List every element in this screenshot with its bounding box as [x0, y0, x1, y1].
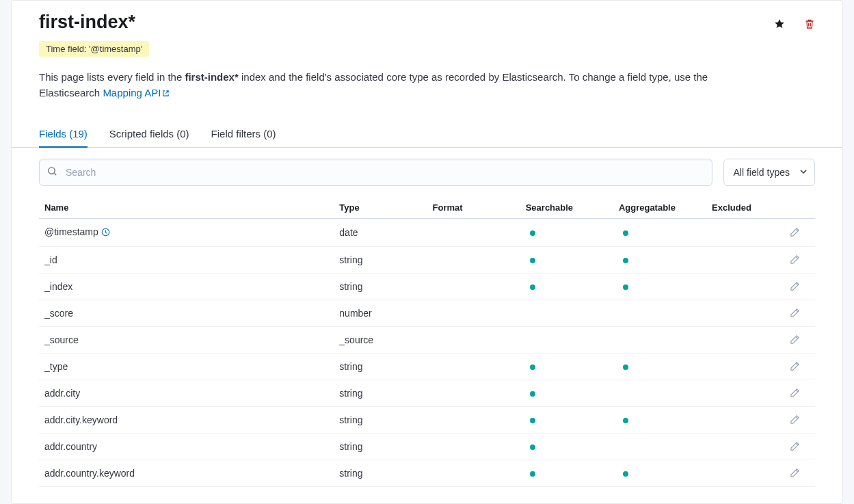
edit-field-button[interactable]: [790, 334, 800, 345]
edit-field-button[interactable]: [790, 414, 800, 425]
edit-field-button[interactable]: [790, 308, 800, 318]
dot-icon: [530, 284, 535, 290]
pencil-icon: [790, 334, 800, 345]
cell-type: string: [334, 380, 427, 406]
clock-icon: [101, 228, 110, 239]
col-name[interactable]: Name: [39, 197, 334, 219]
cell-aggregatable: [613, 300, 706, 326]
table-row: _typestring: [39, 353, 815, 380]
dot-icon: [623, 230, 628, 236]
table-row: addr.citystring: [39, 380, 815, 406]
col-aggregatable[interactable]: Aggregatable: [613, 197, 706, 219]
cell-format: [427, 353, 520, 380]
edit-field-button[interactable]: [790, 468, 800, 478]
table-header-row: Name Type Format Searchable Aggregatable…: [39, 197, 815, 219]
cell-searchable: [520, 380, 613, 406]
cell-format: [427, 326, 520, 353]
cell-type: date: [334, 218, 427, 246]
cell-excluded: [706, 406, 784, 433]
cell-searchable: [520, 326, 613, 353]
dot-icon: [623, 471, 628, 477]
table-row: _idstring: [39, 246, 815, 273]
edit-field-button[interactable]: [790, 254, 800, 265]
pencil-icon: [790, 414, 800, 425]
controls-row: All field types: [12, 148, 842, 197]
dot-icon: [530, 258, 535, 263]
cell-searchable: [520, 300, 613, 326]
cell-aggregatable: [613, 218, 706, 246]
search-icon: [47, 166, 57, 178]
set-default-button[interactable]: [774, 18, 785, 29]
cell-name: _index: [39, 273, 334, 300]
cell-actions: [784, 326, 815, 353]
cell-actions: [784, 460, 815, 486]
cell-name: addr.city: [39, 380, 334, 406]
cell-excluded: [706, 300, 784, 326]
edit-field-button[interactable]: [790, 441, 800, 451]
dot-icon: [623, 364, 628, 370]
cell-type: string: [334, 353, 427, 380]
delete-button[interactable]: [804, 18, 815, 29]
trash-icon: [804, 18, 815, 29]
cell-actions: [784, 353, 815, 380]
dot-icon: [530, 418, 535, 423]
table-row: addr.country.keywordstring: [39, 460, 815, 486]
col-searchable[interactable]: Searchable: [520, 197, 613, 219]
cell-aggregatable: [613, 246, 706, 273]
edit-field-button[interactable]: [790, 361, 800, 371]
pencil-icon: [790, 361, 800, 371]
mapping-api-link-text: Mapping API: [103, 87, 161, 98]
dot-icon: [530, 445, 535, 450]
table-row: _source_source: [39, 326, 815, 353]
col-actions: [784, 197, 815, 219]
edit-field-button[interactable]: [790, 227, 800, 237]
cell-searchable: [520, 406, 613, 433]
col-type[interactable]: Type: [334, 197, 427, 219]
col-format[interactable]: Format: [427, 197, 520, 219]
dot-icon: [530, 391, 535, 397]
cell-excluded: [706, 460, 784, 486]
time-field-badge: Time field: '@timestamp': [39, 41, 149, 57]
index-pattern-panel: first-index* Time field: '@timestamp' Th…: [11, 0, 843, 504]
dot-icon: [530, 471, 535, 477]
description: This page lists every field in the first…: [12, 69, 798, 102]
search-wrap: [39, 159, 712, 186]
tab-1[interactable]: Scripted fields (0): [109, 121, 189, 148]
search-input[interactable]: [39, 159, 712, 186]
cell-name: @timestamp: [39, 218, 334, 246]
star-icon: [774, 18, 785, 29]
edit-field-button[interactable]: [790, 281, 800, 291]
mapping-api-link[interactable]: Mapping API: [103, 87, 170, 98]
cell-excluded: [706, 326, 784, 353]
cell-type: string: [334, 433, 427, 460]
cell-aggregatable: [613, 353, 706, 380]
cell-aggregatable: [613, 433, 706, 460]
cell-name: addr.country.keyword: [39, 460, 334, 486]
field-type-select[interactable]: All field types: [723, 159, 815, 186]
edit-field-button[interactable]: [790, 388, 800, 398]
dot-icon: [623, 258, 628, 263]
pencil-icon: [790, 308, 800, 318]
cell-format: [427, 460, 520, 486]
cell-searchable: [520, 460, 613, 486]
page-title: first-index*: [39, 12, 149, 33]
col-excluded[interactable]: Excluded: [706, 197, 784, 219]
cell-excluded: [706, 218, 784, 246]
desc-before: This page lists every field in the: [39, 71, 185, 83]
cell-aggregatable: [613, 460, 706, 486]
header-actions: [774, 12, 815, 29]
tab-2[interactable]: Field filters (0): [211, 121, 276, 148]
cell-actions: [784, 273, 815, 300]
cell-format: [427, 273, 520, 300]
cell-aggregatable: [613, 380, 706, 406]
desc-index-name: first-index*: [185, 71, 238, 83]
cell-actions: [784, 406, 815, 433]
cell-excluded: [706, 433, 784, 460]
cell-actions: [784, 433, 815, 460]
header: first-index* Time field: '@timestamp': [12, 1, 842, 69]
tabs: Fields (19)Scripted fields (0)Field filt…: [12, 121, 842, 148]
tab-0[interactable]: Fields (19): [39, 121, 88, 148]
cell-type: string: [334, 406, 427, 433]
cell-type: _source: [334, 326, 427, 353]
cell-excluded: [706, 246, 784, 273]
